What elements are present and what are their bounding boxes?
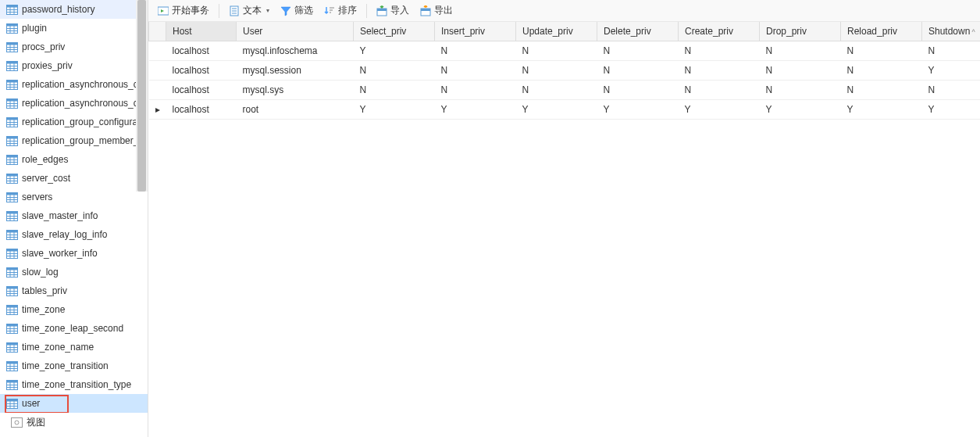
import-label: 导入 xyxy=(390,4,409,17)
table-icon xyxy=(6,267,18,278)
cell[interactable]: N xyxy=(760,60,841,80)
tree-item-label: time_zone_transition_type xyxy=(22,379,131,390)
cell[interactable]: N xyxy=(435,80,516,99)
sidebar-item-time-zone[interactable]: time_zone xyxy=(0,300,148,319)
cell[interactable]: N xyxy=(841,60,922,80)
cell[interactable]: localhost xyxy=(166,99,237,119)
sidebar-item-replication-group-configuration-version[interactable]: replication_group_configuration_version xyxy=(0,113,148,131)
cell[interactable]: Y xyxy=(922,60,981,80)
cell[interactable]: Y xyxy=(922,99,981,119)
table-icon xyxy=(6,380,18,390)
table-row[interactable]: localhostmysql.infoschemaYNNNNNNN xyxy=(149,41,981,60)
cell[interactable]: localhost xyxy=(166,41,237,60)
table-icon xyxy=(6,249,18,259)
cell[interactable]: localhost xyxy=(166,80,237,99)
column-header-select_priv[interactable]: Select_priv xyxy=(354,22,435,41)
sidebar-item-proxies-priv[interactable]: proxies_priv xyxy=(0,56,148,75)
sort-button[interactable]: 排序 xyxy=(319,2,362,20)
sidebar-item-time-zone-name[interactable]: time_zone_name xyxy=(0,338,148,356)
sidebar-item-slow-log[interactable]: slow_log xyxy=(0,263,148,281)
column-header-insert_priv[interactable]: Insert_priv xyxy=(435,22,516,41)
cell[interactable]: N xyxy=(841,80,922,99)
cell[interactable]: N xyxy=(516,41,597,60)
sidebar-item-replication-group-member-actions[interactable]: replication_group_member_actions xyxy=(0,131,148,150)
sidebar-item-time-zone-leap-second[interactable]: time_zone_leap_second xyxy=(0,319,148,338)
svg-rect-25 xyxy=(7,80,18,82)
cell[interactable]: Y xyxy=(597,99,679,119)
column-header-drop_priv[interactable]: Drop_priv xyxy=(760,22,841,41)
cell[interactable]: N xyxy=(679,41,760,60)
sidebar-item-replication-asynchronous-connection-failover-managed[interactable]: replication_asynchronous_connection_fail… xyxy=(0,94,148,113)
cell[interactable]: N xyxy=(354,60,435,80)
sidebar-item-procs-priv[interactable]: procs_priv xyxy=(0,38,148,56)
cell[interactable]: mysql.sys xyxy=(237,80,354,99)
cell[interactable]: localhost xyxy=(166,60,237,80)
begin-transaction-label: 开始事务 xyxy=(172,4,209,17)
table-icon xyxy=(6,117,18,127)
column-header-user[interactable]: User xyxy=(237,22,354,41)
sidebar-item-time-zone-transition[interactable]: time_zone_transition xyxy=(0,356,148,375)
sidebar-item-password-history[interactable]: password_history xyxy=(0,0,148,19)
cell[interactable]: Y xyxy=(516,99,597,119)
column-header-host[interactable]: Host xyxy=(166,22,237,41)
column-header-delete_priv[interactable]: Delete_priv xyxy=(597,22,679,41)
cell[interactable]: N xyxy=(841,41,922,60)
scrollbar-thumb[interactable] xyxy=(137,0,146,192)
sidebar-item-tables-priv[interactable]: tables_priv xyxy=(0,281,148,300)
cell[interactable]: mysql.infoschema xyxy=(237,41,354,60)
cell[interactable]: N xyxy=(597,60,679,80)
table-row[interactable]: localhostmysql.sysNNNNNNNN xyxy=(149,80,981,99)
cell[interactable]: Y xyxy=(354,99,435,119)
cell[interactable]: N xyxy=(435,60,516,80)
tree-item-label: user xyxy=(22,398,40,409)
cell[interactable]: N xyxy=(922,80,981,99)
cell[interactable]: Y xyxy=(435,99,516,119)
cell[interactable]: N xyxy=(354,80,435,99)
cell[interactable]: Y xyxy=(760,99,841,119)
cell[interactable]: root xyxy=(237,99,354,119)
cell[interactable]: N xyxy=(679,80,760,99)
table-row[interactable]: localhostmysql.sessionNNNNNNNY xyxy=(149,60,981,80)
sidebar-item-plugin[interactable]: plugin xyxy=(0,19,148,38)
sidebar-scrollbar[interactable] xyxy=(136,0,148,192)
cell[interactable]: Y xyxy=(679,99,760,119)
begin-transaction-button[interactable]: 开始事务 xyxy=(153,2,214,20)
cell[interactable]: N xyxy=(922,41,981,60)
column-header-reload_priv[interactable]: Reload_priv xyxy=(841,22,922,41)
sidebar-item-slave-master-info[interactable]: slave_master_info xyxy=(0,206,148,225)
cell[interactable]: N xyxy=(760,80,841,99)
cell[interactable]: N xyxy=(760,41,841,60)
data-grid[interactable]: HostUserSelect_privInsert_privUpdate_pri… xyxy=(148,22,980,437)
cell[interactable]: Y xyxy=(841,99,922,119)
text-button[interactable]: 文本 ▾ xyxy=(224,2,274,20)
cell[interactable]: N xyxy=(516,80,597,99)
cell[interactable]: Y xyxy=(354,41,435,60)
sidebar-item-slave-relay-log-info[interactable]: slave_relay_log_info xyxy=(0,225,148,244)
sidebar-item-user[interactable]: user xyxy=(0,394,148,413)
export-button[interactable]: 导出 xyxy=(415,2,458,20)
filter-button[interactable]: 筛选 xyxy=(276,2,318,20)
column-header-create_priv[interactable]: Create_priv xyxy=(679,22,760,41)
column-header-update_priv[interactable]: Update_priv xyxy=(516,22,597,41)
sidebar-item-slave-worker-info[interactable]: slave_worker_info xyxy=(0,244,148,263)
column-header-shutdown[interactable]: Shutdown^ xyxy=(922,22,981,41)
import-button[interactable]: 导入 xyxy=(372,2,414,20)
sidebar-item-servers[interactable]: servers xyxy=(0,188,148,206)
cell[interactable]: N xyxy=(516,60,597,80)
cell[interactable]: mysql.session xyxy=(237,60,354,80)
sidebar-item-time-zone-transition-type[interactable]: time_zone_transition_type xyxy=(0,375,148,394)
table-icon xyxy=(6,174,18,184)
chevron-down-icon: ▾ xyxy=(266,7,269,14)
cell[interactable]: N xyxy=(597,41,679,60)
cell[interactable]: N xyxy=(597,80,679,99)
table-row[interactable]: ▸localhostrootYYYYYYYY xyxy=(149,99,981,119)
separator xyxy=(219,4,219,18)
sidebar-item-views[interactable]: 视图 xyxy=(0,413,148,432)
cell[interactable]: N xyxy=(679,60,760,80)
tree-item-label: role_edges xyxy=(22,154,68,165)
cell[interactable]: N xyxy=(435,41,516,60)
sidebar-item-replication-asynchronous-connection-failover[interactable]: replication_asynchronous_connection_fail… xyxy=(0,75,148,94)
sidebar-item-server-cost[interactable]: server_cost xyxy=(0,169,148,188)
svg-rect-97 xyxy=(7,305,18,307)
sidebar-item-role-edges[interactable]: role_edges xyxy=(0,150,148,169)
